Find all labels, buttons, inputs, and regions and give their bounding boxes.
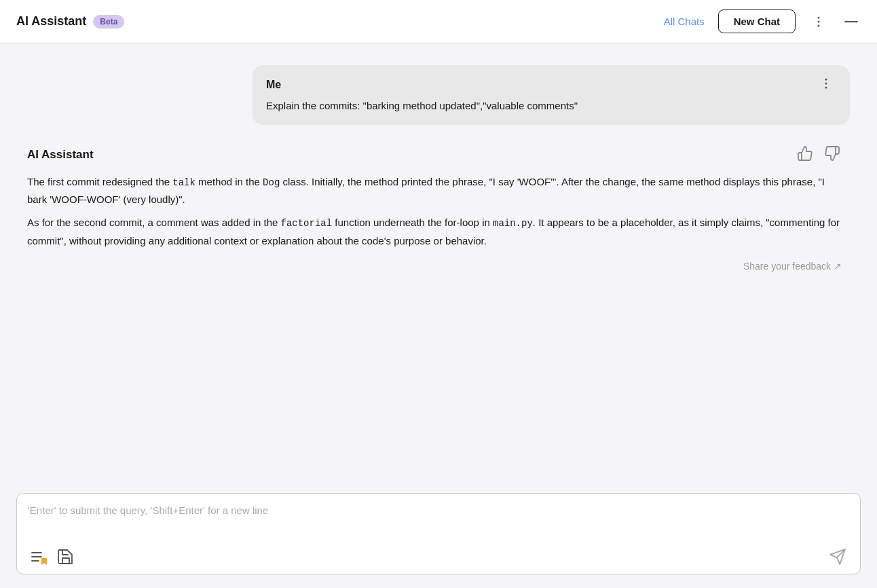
header-right: All Chats New Chat <box>664 10 861 33</box>
svg-point-4 <box>825 79 827 81</box>
share-feedback-row: Share your feedback ↗ <box>27 261 842 272</box>
input-toolbar-left <box>28 548 75 566</box>
ai-name: AI Assistant <box>27 148 94 162</box>
code-factorial: factorial <box>281 218 333 229</box>
code-dog: Dog <box>263 177 280 188</box>
minimize-button[interactable] <box>842 18 861 26</box>
message-menu-button[interactable] <box>816 76 836 93</box>
user-message-text: Explain the commits: "barking method upd… <box>266 98 836 114</box>
send-button[interactable] <box>826 547 849 567</box>
beta-badge: Beta <box>93 15 124 29</box>
app-title: AI Assistant <box>16 14 86 29</box>
save-icon <box>58 549 73 564</box>
prompt-list-button[interactable] <box>28 549 48 565</box>
message-menu-icon <box>820 77 832 90</box>
thumbs-down-button[interactable] <box>823 144 842 166</box>
send-icon <box>829 548 846 566</box>
header-left: AI Assistant Beta <box>16 14 664 29</box>
ai-paragraph-2: As for the second commit, a comment was … <box>27 214 842 250</box>
user-message-header: Me <box>266 76 836 93</box>
more-options-icon <box>812 15 825 29</box>
chat-input[interactable] <box>28 503 849 541</box>
minimize-icon <box>844 20 858 23</box>
svg-point-6 <box>825 87 827 89</box>
svg-point-2 <box>818 24 820 26</box>
thumbs-up-icon <box>797 145 813 162</box>
more-options-button[interactable] <box>809 12 828 31</box>
input-toolbar <box>28 547 849 567</box>
all-chats-button[interactable]: All Chats <box>664 16 705 27</box>
header: AI Assistant Beta All Chats New Chat <box>0 0 877 43</box>
ai-response-header: AI Assistant <box>27 144 842 166</box>
new-chat-button[interactable]: New Chat <box>718 10 796 33</box>
user-name: Me <box>266 79 281 91</box>
input-area <box>16 493 861 574</box>
svg-rect-3 <box>844 21 858 22</box>
share-feedback-link[interactable]: Share your feedback ↗ <box>743 261 842 272</box>
code-mainpy: main.py <box>493 218 533 229</box>
ai-paragraph-1: The first commit redesigned the talk met… <box>27 173 842 209</box>
thumbs-down-icon <box>824 145 840 162</box>
svg-point-5 <box>825 83 827 85</box>
svg-point-0 <box>818 16 820 18</box>
save-button[interactable] <box>55 548 75 566</box>
ai-response-text: The first commit redesigned the talk met… <box>27 173 842 256</box>
thumbs-up-button[interactable] <box>796 144 815 166</box>
main-content: Me Explain the commits: "barking method … <box>0 43 877 493</box>
code-talk: talk <box>172 177 195 188</box>
prompt-list-icon <box>31 550 45 564</box>
bookmark-indicator <box>41 558 47 565</box>
ai-response-container: AI Assistant The first commit redesign <box>27 144 842 272</box>
user-message-bubble: Me Explain the commits: "barking method … <box>253 65 850 125</box>
feedback-icons <box>796 144 842 166</box>
svg-point-1 <box>818 20 820 22</box>
user-message-container: Me Explain the commits: "barking method … <box>27 65 850 125</box>
